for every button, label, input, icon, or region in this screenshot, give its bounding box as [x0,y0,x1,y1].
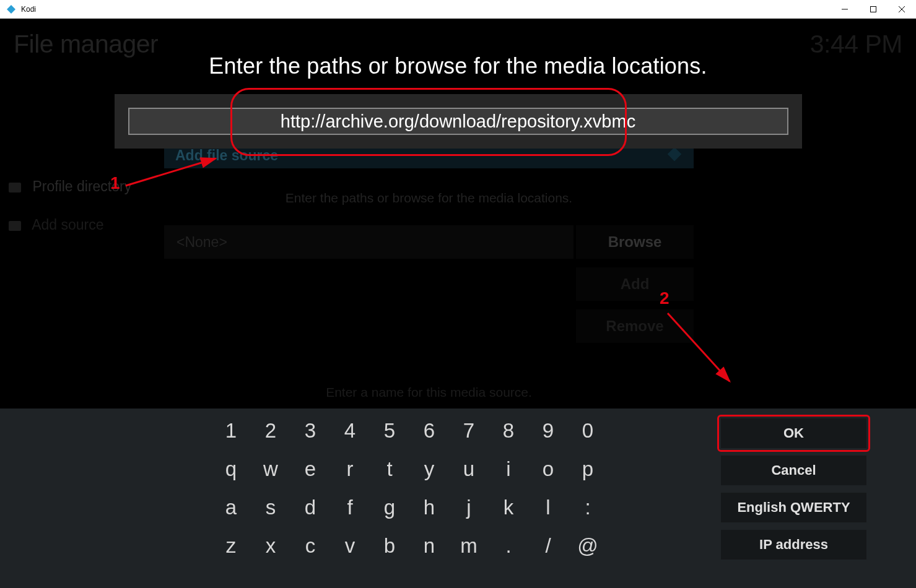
window-minimize-button[interactable] [831,0,859,19]
window-close-button[interactable] [888,0,916,19]
keyboard-key[interactable]: 8 [500,416,517,446]
sidebar-item-profile-directory: Profile directory [9,178,131,195]
keyboard-key[interactable]: v [342,531,358,561]
keyboard-key[interactable]: 6 [421,416,437,446]
keyboard-key[interactable]: b [382,531,398,561]
keyboard-key[interactable]: i [500,454,517,484]
keyboard-key[interactable]: e [302,454,318,484]
keyboard-ok-button[interactable]: OK [721,418,866,448]
browse-button: Browse [576,225,694,259]
keyboard-key[interactable]: 5 [382,416,398,446]
keyboard-key[interactable]: d [302,493,318,522]
keyboard-key[interactable]: y [421,454,437,484]
kodi-app-icon [6,4,16,14]
keyboard-key[interactable]: j [461,493,477,522]
folder-icon [9,221,21,231]
folder-icon [9,183,21,192]
sidebar-item-label: Profile directory [32,178,131,194]
keyboard-key[interactable]: w [263,454,279,484]
keyboard-key[interactable]: n [421,531,437,561]
path-field-value: <None> [177,234,227,251]
keyboard-input-container [115,94,802,149]
keyboard-key[interactable]: p [580,454,596,484]
path-field: <None> [164,225,574,259]
keyboard-key[interactable]: 3 [302,416,318,446]
keyboard-key[interactable]: o [540,454,556,484]
keyboard-key[interactable]: s [263,493,279,522]
dialog-title: Add file source [175,147,278,164]
keyboard-key[interactable]: @ [580,531,596,561]
add-file-source-dialog: Add file source Enter the paths or brows… [164,142,694,400]
keyboard-key[interactable]: : [580,493,596,522]
keyboard-key[interactable]: 9 [540,416,556,446]
keyboard-key[interactable]: r [342,454,358,484]
keyboard-prompt: Enter the paths or browse for the media … [0,53,916,79]
keyboard-key[interactable]: 0 [580,416,596,446]
keyboard-key[interactable]: x [263,531,279,561]
keyboard-key[interactable]: 4 [342,416,358,446]
keyboard-key[interactable]: u [461,454,477,484]
add-button: Add [576,267,694,301]
onscreen-keyboard: 1234567890 qwertyuiop asdfghjkl: zxcvbnm… [0,409,916,588]
dialog-prompt-paths: Enter the paths or browse for the media … [164,191,694,205]
keyboard-key[interactable]: h [421,493,437,522]
keyboard-key[interactable]: q [223,454,239,484]
keyboard-cancel-button[interactable]: Cancel [721,456,866,485]
keyboard-key[interactable]: 2 [263,416,279,446]
keyboard-key[interactable]: 7 [461,416,477,446]
keyboard-key[interactable]: / [540,531,556,561]
keyboard-key[interactable]: k [500,493,517,522]
kodi-logo-icon [666,146,683,165]
keyboard-ip-button[interactable]: IP address [721,530,866,560]
path-input[interactable] [128,108,788,135]
window-title: Kodi [21,5,36,14]
window-maximize-button[interactable] [859,0,888,19]
window-titlebar: Kodi [0,0,916,19]
keyboard-key[interactable]: c [302,531,318,561]
keyboard-key[interactable]: a [223,493,239,522]
remove-button: Remove [576,309,694,343]
keyboard-layout-button[interactable]: English QWERTY [721,493,866,522]
sidebar-item-label: Add source [32,217,103,233]
keyboard-key[interactable]: m [461,531,477,561]
keyboard-key[interactable]: . [500,531,517,561]
sidebar-item-add-source: Add source [9,217,103,233]
keyboard-key[interactable]: 1 [223,416,239,446]
keyboard-key[interactable]: l [540,493,556,522]
dialog-prompt-name: Enter a name for this media source. [164,385,694,400]
keyboard-key[interactable]: g [382,493,398,522]
keyboard-key[interactable]: f [342,493,358,522]
keyboard-key[interactable]: z [223,531,239,561]
keyboard-key[interactable]: t [382,454,398,484]
svg-rect-1 [871,7,876,12]
